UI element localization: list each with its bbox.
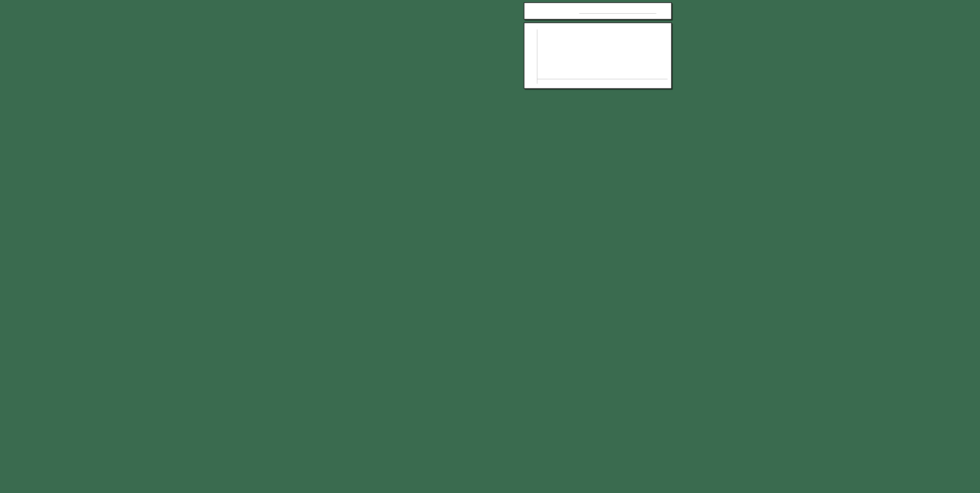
column-chart <box>528 29 668 84</box>
chart-budget-alignment <box>524 2 672 20</box>
left-column <box>313 2 455 9</box>
chart-frustration-intensity <box>524 22 672 89</box>
middle-column <box>457 2 521 22</box>
right-column <box>524 2 672 96</box>
right-source <box>524 93 672 96</box>
y-axis <box>528 29 537 84</box>
plot-area <box>537 29 668 84</box>
x-axis <box>579 13 656 14</box>
left-source <box>313 6 455 9</box>
